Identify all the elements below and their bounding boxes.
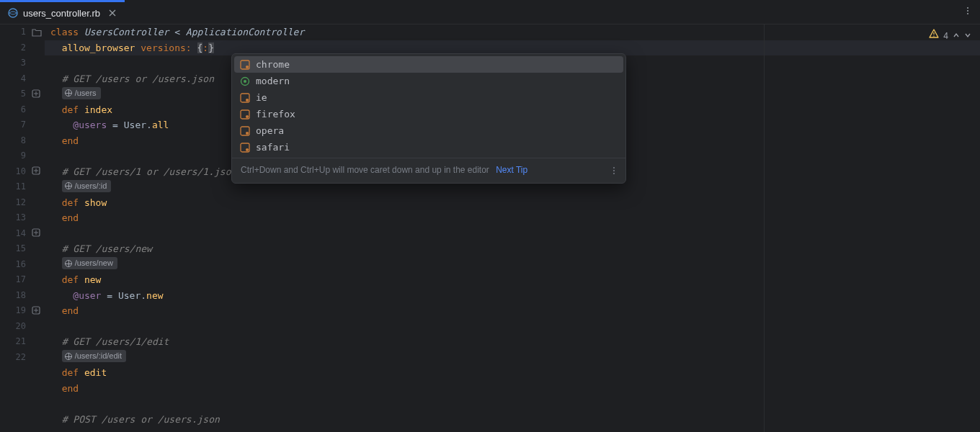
line-number: 15 [16, 241, 26, 257]
line-number: 17 [16, 272, 26, 288]
method-name: index [84, 104, 112, 115]
globe-icon [65, 260, 72, 267]
override-icon[interactable] [32, 228, 42, 238]
completion-label: opera [256, 123, 284, 139]
editor-area[interactable]: 1 2 3 4 5 6 7 8 9 10 11 12 13 14 [0, 24, 980, 432]
method-name: edit [84, 367, 107, 378]
line-number: 19 [16, 303, 26, 319]
route-badge[interactable]: /users/new [62, 257, 117, 269]
line-number: 14 [16, 226, 26, 242]
method-name: show [84, 197, 107, 208]
line-number: 22 [16, 350, 26, 366]
gutter: 1 2 3 4 5 6 7 8 9 10 11 12 13 14 [0, 24, 45, 432]
ruby-file-icon [7, 7, 19, 19]
folder-icon[interactable] [32, 27, 42, 37]
line-number: 4 [21, 71, 26, 87]
chevron-down-icon[interactable] [964, 29, 971, 45]
line-number: 5 [21, 86, 26, 102]
editor-tab[interactable]: users_controller.rb [0, 0, 125, 24]
svg-point-21 [246, 148, 249, 151]
symbol-key: versions: [141, 42, 191, 53]
completion-tip: Ctrl+Down and Ctrl+Up will move caret do… [241, 165, 489, 175]
inspections-widget[interactable]: 4 [929, 29, 971, 45]
line-number: 1 [21, 24, 26, 40]
route-badge[interactable]: /users/:id/edit [62, 350, 126, 362]
comment: # GET /users/1 or /users/1.json [62, 166, 237, 177]
svg-point-3 [967, 13, 968, 14]
svg-point-24 [613, 173, 615, 174]
symbol-icon [240, 60, 250, 70]
line-number: 3 [21, 55, 26, 71]
override-icon[interactable] [32, 89, 42, 99]
chevron-up-icon[interactable] [953, 29, 960, 45]
completion-label: ie [256, 90, 267, 106]
close-icon[interactable] [107, 8, 117, 18]
tab-filename: users_controller.rb [23, 8, 100, 19]
svg-point-2 [967, 10, 968, 12]
completion-label: chrome [256, 57, 290, 73]
comment: # POST /users or /users.json [62, 414, 220, 425]
symbol-icon [240, 143, 250, 153]
line-number: 18 [16, 288, 26, 304]
symbol-icon [240, 109, 250, 120]
override-icon[interactable] [32, 306, 42, 316]
completion-label: firefox [256, 107, 295, 122]
kebab-menu-icon[interactable] [608, 165, 620, 176]
right-margin-line [764, 24, 765, 432]
keyword-class: class [50, 27, 79, 37]
comment: # GET /users/new [62, 243, 152, 254]
svg-point-22 [613, 167, 615, 168]
line-number: 8 [21, 133, 26, 149]
symbol-icon [240, 93, 250, 103]
method-call: allow_browser [62, 42, 135, 53]
globe-icon [65, 353, 72, 360]
tab-overflow-menu[interactable] [956, 6, 980, 18]
line-number: 13 [16, 210, 26, 226]
svg-rect-9 [934, 36, 935, 37]
brace-close: } [208, 42, 214, 53]
line-number: 11 [16, 179, 26, 195]
svg-rect-8 [934, 32, 935, 35]
globe-icon [65, 89, 72, 96]
warning-count: 4 [943, 29, 948, 45]
completion-label: modern [256, 73, 290, 89]
instance-variable: @users [73, 120, 107, 130]
svg-point-11 [246, 66, 249, 68]
line-number: 12 [16, 195, 26, 211]
completion-item-modern[interactable]: modern [234, 73, 623, 89]
constant-icon [240, 76, 250, 86]
line-number: 21 [16, 334, 26, 350]
completion-item-firefox[interactable]: firefox [234, 106, 623, 122]
line-number: 7 [21, 117, 26, 133]
comment: # GET /users/1/edit [62, 336, 169, 347]
completion-popup: chrome modern ie [231, 53, 626, 184]
svg-point-19 [246, 132, 249, 135]
completion-item-ie[interactable]: ie [234, 89, 623, 106]
warning-icon [929, 29, 939, 45]
override-icon[interactable] [32, 166, 42, 176]
code-content[interactable]: 4 class UsersController < ApplicationCon… [45, 24, 980, 432]
line-number: 10 [16, 164, 26, 180]
line-number: 9 [21, 148, 26, 164]
svg-point-15 [246, 99, 249, 102]
svg-point-17 [246, 115, 249, 118]
route-badge[interactable]: /users/:id [62, 180, 112, 192]
completion-item-chrome[interactable]: chrome [234, 56, 623, 73]
completion-item-safari[interactable]: safari [234, 139, 623, 156]
route-badge[interactable]: /users [62, 87, 101, 99]
instance-variable: @user [73, 290, 101, 301]
method-name: new [84, 274, 101, 285]
next-tip-link[interactable]: Next Tip [496, 165, 527, 175]
comment: # GET /users or /users.json [62, 73, 214, 84]
completion-item-opera[interactable]: opera [234, 122, 623, 139]
svg-point-23 [613, 170, 615, 171]
svg-point-1 [967, 7, 968, 9]
class-name: UsersController [84, 27, 169, 37]
symbol-colon: : [202, 42, 208, 53]
completion-label: safari [256, 140, 290, 156]
line-number: 20 [16, 319, 26, 335]
globe-icon [65, 182, 72, 189]
line-number: 16 [16, 257, 26, 273]
svg-point-13 [244, 80, 246, 83]
line-number: 2 [21, 40, 26, 56]
